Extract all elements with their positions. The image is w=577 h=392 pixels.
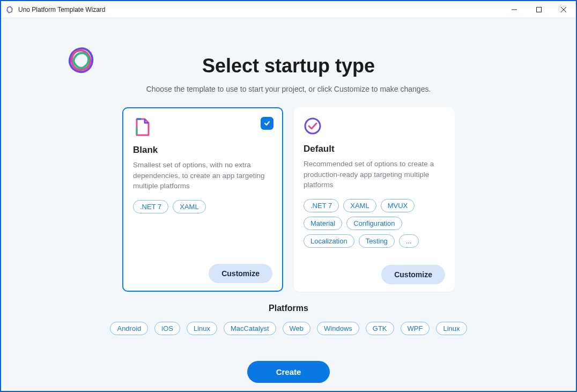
tag: .NET 7 (133, 200, 168, 213)
uno-logo-icon (5, 5, 14, 14)
platform-chip: Android (110, 322, 148, 335)
platforms-title: Platforms (269, 304, 308, 313)
tag: XAML (173, 200, 205, 213)
template-cards: Blank Smallest set of options, with no e… (122, 107, 455, 292)
card-description: Smallest set of options, with no extra d… (133, 160, 272, 191)
default-check-circle-icon (304, 117, 322, 135)
tag-list-default: .NET 7 XAML MVUX Material Configuration … (304, 199, 445, 248)
card-title: Default (304, 144, 445, 154)
svg-point-4 (305, 119, 320, 134)
platform-chip: Linux (436, 322, 467, 335)
platform-chip: Web (283, 322, 311, 335)
window-frame: Uno Platform Template Wizard Select star… (0, 0, 577, 392)
template-card-blank[interactable]: Blank Smallest set of options, with no e… (122, 107, 283, 292)
customize-button-blank[interactable]: Customize (209, 264, 272, 283)
template-card-default[interactable]: Default Recommended set of options to cr… (294, 107, 455, 292)
tag-more: ... (399, 234, 419, 248)
page-subtitle: Choose the template to use to start your… (146, 85, 431, 93)
uno-logo-large (65, 45, 97, 78)
titlebar: Uno Platform Template Wizard (1, 1, 576, 18)
window-controls (502, 1, 576, 18)
tag: Testing (359, 234, 395, 248)
blank-document-icon (133, 118, 151, 136)
maximize-button[interactable] (527, 1, 551, 18)
platform-chip: MacCatalyst (224, 322, 276, 335)
tag: XAML (343, 199, 376, 212)
card-description: Recommended set of options to create a p… (304, 159, 445, 190)
close-button[interactable] (551, 1, 576, 18)
tag: .NET 7 (304, 199, 339, 212)
create-button[interactable]: Create (247, 361, 330, 383)
tag: Material (304, 217, 342, 230)
window-title: Uno Platform Template Wizard (18, 6, 106, 13)
tag: MVUX (381, 199, 415, 212)
minimize-button[interactable] (502, 1, 527, 18)
page-title: Select startup type (202, 55, 375, 77)
tag: Configuration (346, 217, 402, 230)
tag-list-blank: .NET 7 XAML (133, 200, 272, 213)
platform-chip: WPF (401, 322, 430, 335)
platform-chip: Linux (187, 322, 217, 335)
platform-chip: Windows (317, 322, 359, 335)
svg-rect-1 (537, 7, 542, 12)
platforms-list: Android iOS Linux MacCatalyst Web Window… (110, 322, 467, 335)
customize-button-default[interactable]: Customize (381, 265, 445, 284)
selected-check-icon (261, 117, 273, 130)
card-title: Blank (133, 145, 272, 156)
content-area: Select startup type Choose the template … (1, 18, 576, 391)
platform-chip: iOS (154, 322, 180, 335)
tag: Localization (304, 234, 354, 248)
platform-chip: GTK (366, 322, 394, 335)
